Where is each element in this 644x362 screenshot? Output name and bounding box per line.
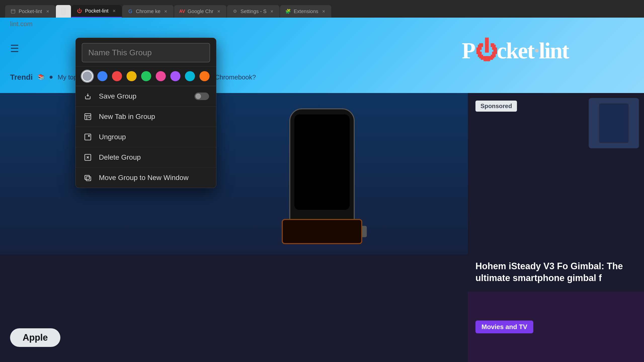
tab-5-label: Settings - S [240,9,266,14]
delete-group-label: Delete Group [99,153,209,161]
apple-button[interactable]: Apple [10,328,60,347]
tab-6-close[interactable]: ✕ [321,9,326,14]
svg-rect-2 [85,134,91,140]
trending-emoji-1: 📚 [38,74,45,80]
tabs-container: Pocket-lint ✕ ⏻ Pocket-lint ✕ G Chrome k… [5,0,331,18]
tab-4-label: Google Chr [188,9,213,14]
ungroup-icon [83,132,93,142]
tab-4[interactable]: AV Google Chr ✕ [174,5,226,18]
new-tab-label: New Tab in Group [99,113,209,121]
color-green[interactable] [141,71,151,81]
movies-card: Movies and TV [468,292,644,362]
sponsored-badge: Sponsored [475,101,517,112]
phone-screen [294,114,350,210]
save-group-toggle[interactable] [194,93,209,100]
battery-terminal [362,226,367,237]
tab-2[interactable]: ⏻ Pocket-lint ✕ [71,5,122,18]
tab-group-container: ⏻ Pocket-lint ✕ [56,0,122,18]
group-name-input[interactable] [82,43,210,62]
color-red[interactable] [112,71,122,81]
trending-label: Trendi [10,73,33,81]
tab-5-close[interactable]: ✕ [269,9,274,14]
color-orange[interactable] [199,71,210,81]
tab-6[interactable]: 🧩 Extensions ✕ [280,5,331,18]
trending-dot-1 [50,76,53,79]
tab-1-close[interactable]: ✕ [45,9,50,14]
tab-2-square[interactable] [56,5,71,18]
sponsored-card: Sponsored Hohem iSteady V3 Fo Gimbal: Th… [468,93,644,292]
tab-1-label: Pocket-lint [19,9,42,14]
move-group-icon [83,173,93,183]
phone-mockup [289,108,355,239]
save-group-icon [83,91,93,101]
color-picker [76,67,216,86]
tab-bar: Pocket-lint ✕ ⏻ Pocket-lint ✕ G Chrome k… [0,0,644,18]
hamburger-menu[interactable]: ☰ [10,43,19,54]
movies-badge: Movies and TV [475,321,533,333]
save-group-label: Save Group [99,92,188,100]
pocketlint-logo: P⏻cket·lint [462,38,569,64]
svg-rect-1 [85,114,91,120]
tab-5[interactable]: ⚙ Settings - S ✕ [227,5,279,18]
gimbal-thumbnail [599,103,629,143]
tab-2-square-icon [61,8,66,15]
power-icon: ⏻ [475,38,497,64]
tab-4-close[interactable]: ✕ [216,9,221,14]
battery-bar [282,219,362,244]
name-input-section [76,38,216,67]
gimbal-title: Hohem iSteady V3 Fo Gimbal: The ultimate… [475,260,636,284]
tab-3-favicon: G [127,8,133,14]
svg-rect-4 [85,175,90,179]
color-yellow[interactable] [127,71,137,81]
tab-1[interactable]: Pocket-lint ✕ [5,5,55,18]
ungroup-label: Ungroup [99,133,209,141]
tab-6-favicon: 🧩 [285,8,291,14]
tab-5-favicon: ⚙ [232,8,238,14]
delete-group-item[interactable]: Delete Group [76,147,216,167]
context-menu: Save Group New Tab in Group [75,38,216,188]
tab-3-label: Chrome ke [136,9,160,14]
color-cyan[interactable] [185,71,195,81]
tab-2-label: Pocket-lint [85,8,108,14]
tab-6-label: Extensions [294,9,318,14]
tab-2-close[interactable]: ✕ [111,8,117,14]
ungroup-item[interactable]: Ungroup [76,127,216,147]
new-tab-icon [83,112,93,122]
right-area: Sponsored Hohem iSteady V3 Fo Gimbal: Th… [468,93,644,362]
color-purple[interactable] [170,71,180,81]
tab-2-favicon: ⏻ [76,8,83,14]
color-blue[interactable] [97,71,107,81]
svg-rect-0 [11,10,15,13]
color-pink[interactable] [156,71,166,81]
tab-4-favicon: AV [179,8,185,14]
save-group-item[interactable]: Save Group [76,86,216,106]
move-group-item[interactable]: Move Group to New Window [76,168,216,188]
delete-group-icon [83,152,93,162]
page-content: ☰ lint.com P⏻cket·lint Trendi 📚 My top 4… [0,18,644,362]
new-tab-item[interactable]: New Tab in Group [76,107,216,127]
color-grey[interactable] [82,71,93,82]
svg-rect-5 [86,177,91,181]
gimbal-image [589,98,639,148]
tab-3[interactable]: G Chrome ke ✕ [122,5,174,18]
tab-3-close[interactable]: ✕ [163,9,169,14]
move-group-label: Move Group to New Window [99,174,209,182]
url-text: lint.com [0,20,43,28]
tab-1-favicon [10,8,16,14]
